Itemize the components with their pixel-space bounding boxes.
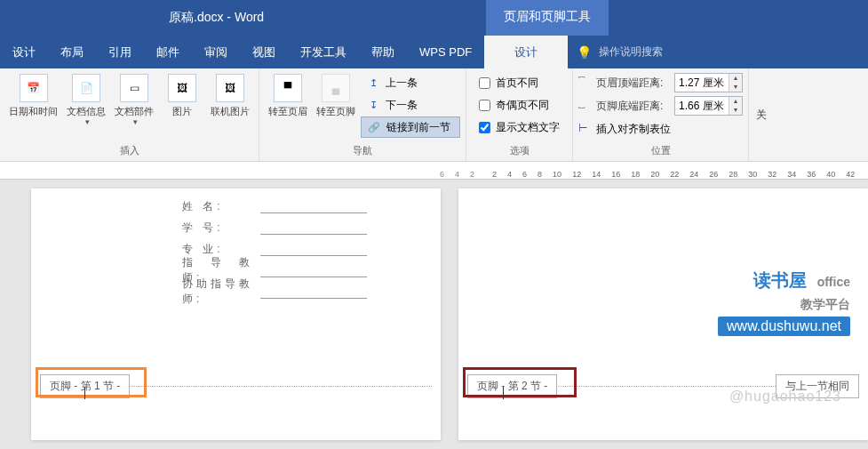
online-picture-button[interactable]: 🖼 联机图片	[207, 72, 253, 119]
footer-bottom-spinner[interactable]: ▲▼	[674, 96, 743, 116]
arrow-up-icon: ↥	[366, 76, 380, 90]
show-doc-text-checkbox[interactable]: 显示文档文字	[479, 116, 560, 138]
tab-hf-design[interactable]: 设计	[484, 36, 568, 68]
footer-icon: ▄	[322, 74, 350, 102]
spin-down[interactable]: ▼	[729, 83, 742, 92]
doc-info-icon: 📄	[72, 74, 100, 102]
group-options: 首页不同 奇偶页不同 显示文档文字 选项	[466, 68, 573, 161]
tab-help[interactable]: 帮助	[359, 36, 407, 68]
online-picture-icon: 🖼	[216, 74, 244, 102]
group-label-options: 选项	[472, 142, 567, 159]
spin-up[interactable]: ▲	[729, 74, 742, 83]
spin-down[interactable]: ▼	[729, 106, 742, 115]
document-area: 姓 名: 学 号: 专 业: 指 导 教 师: 协助指导教师: 页脚 - 第 1…	[0, 180, 868, 449]
tab-view[interactable]: 视图	[240, 36, 288, 68]
ribbon-tabs: 设计 布局 引用 邮件 审阅 视图 开发工具 帮助 WPS PDF 设计 💡 操…	[0, 36, 868, 68]
spin-up[interactable]: ▲	[729, 97, 742, 106]
group-insert: 📅 日期和时间 📄 文档信息 ▭ 文档部件 🖼 图片 🖼 联机图片 插入	[0, 68, 259, 161]
doc-parts-button[interactable]: ▭ 文档部件	[111, 72, 157, 128]
header-top-input[interactable]	[675, 74, 729, 92]
tab-layout[interactable]: 布局	[48, 36, 96, 68]
text-cursor	[503, 387, 504, 399]
author-watermark: @hugaohao123	[729, 389, 841, 405]
tab-design[interactable]: 设计	[0, 36, 48, 68]
group-position: ⎴ 页眉顶端距离: ▲▼ ⎵ 页脚底端距离: ▲▼ ⊢ 插入对齐制表位 位置	[573, 68, 749, 161]
header-icon: ▀	[274, 74, 302, 102]
group-close: 关	[749, 68, 774, 161]
tab-mailings[interactable]: 邮件	[144, 36, 192, 68]
doc-info-button[interactable]: 📄 文档信息	[63, 72, 109, 128]
doc-parts-icon: ▭	[120, 74, 148, 102]
contextual-tool-tab: 页眉和页脚工具	[486, 0, 609, 36]
tab-review[interactable]: 审阅	[192, 36, 240, 68]
page-2[interactable]: 读书屋 office教学平台 www.dushuwu.net 页脚 - 第 2 …	[458, 188, 868, 440]
different-first-page-checkbox[interactable]: 首页不同	[479, 72, 560, 93]
red-highlight	[463, 367, 577, 397]
tab-icon: ⊢	[578, 122, 593, 136]
footer-dist-icon: ⎵	[578, 99, 593, 113]
header-top-label: 页眉顶端距离:	[596, 76, 674, 91]
tab-references[interactable]: 引用	[96, 36, 144, 68]
footer-bottom-input[interactable]	[675, 97, 729, 115]
text-cursor	[84, 387, 85, 399]
search-placeholder: 操作说明搜索	[599, 44, 663, 60]
picture-button[interactable]: 🖼 图片	[159, 72, 205, 119]
different-odd-even-checkbox[interactable]: 奇偶页不同	[479, 94, 560, 116]
page-1[interactable]: 姓 名: 学 号: 专 业: 指 导 教 师: 协助指导教师: 页脚 - 第 1…	[31, 188, 441, 440]
calendar-clock-icon: 📅	[20, 74, 48, 102]
group-label-insert: 插入	[5, 142, 253, 159]
arrow-down-icon: ↧	[366, 98, 380, 112]
title-bar: 原稿.docx - Word 页眉和页脚工具	[0, 0, 868, 36]
form-area: 姓 名: 学 号: 专 业: 指 导 教 师: 协助指导教师:	[31, 188, 441, 302]
tab-devtools[interactable]: 开发工具	[288, 36, 359, 68]
header-top-spinner[interactable]: ▲▼	[674, 73, 743, 92]
window-title: 原稿.docx - Word	[169, 10, 264, 26]
group-label-nav: 导航	[265, 142, 460, 159]
orange-highlight	[36, 367, 147, 397]
picture-icon: 🖼	[168, 74, 196, 102]
bulb-icon: 💡	[577, 45, 592, 60]
goto-header-button[interactable]: ▀ 转至页眉	[265, 72, 311, 119]
previous-button[interactable]: ↥上一条	[361, 72, 460, 93]
horizontal-ruler[interactable]: 642 246810121416182022242628303234364042	[0, 162, 868, 180]
footer-bottom-label: 页脚底端距离:	[596, 99, 674, 114]
group-label-position: 位置	[578, 142, 743, 159]
header-dist-icon: ⎴	[578, 76, 593, 90]
close-label: 关	[756, 108, 767, 123]
next-button[interactable]: ↧下一条	[361, 94, 460, 116]
ribbon: 📅 日期和时间 📄 文档信息 ▭ 文档部件 🖼 图片 🖼 联机图片 插入	[0, 68, 868, 162]
tell-me-search[interactable]: 💡 操作说明搜索	[577, 44, 663, 60]
watermark-logo: 读书屋 office教学平台 www.dushuwu.net	[718, 269, 850, 336]
link-icon: 🔗	[367, 120, 381, 134]
group-navigation: ▀ 转至页眉 ▄ 转至页脚 ↥上一条 ↧下一条 🔗链接到前一节 导航	[259, 68, 466, 161]
tab-wps-pdf[interactable]: WPS PDF	[407, 36, 484, 68]
date-time-button[interactable]: 📅 日期和时间	[5, 72, 61, 119]
goto-footer-button: ▄ 转至页脚	[313, 72, 359, 119]
link-previous-button[interactable]: 🔗链接到前一节	[361, 116, 460, 138]
insert-align-tab-button[interactable]: ⊢ 插入对齐制表位	[578, 118, 743, 140]
